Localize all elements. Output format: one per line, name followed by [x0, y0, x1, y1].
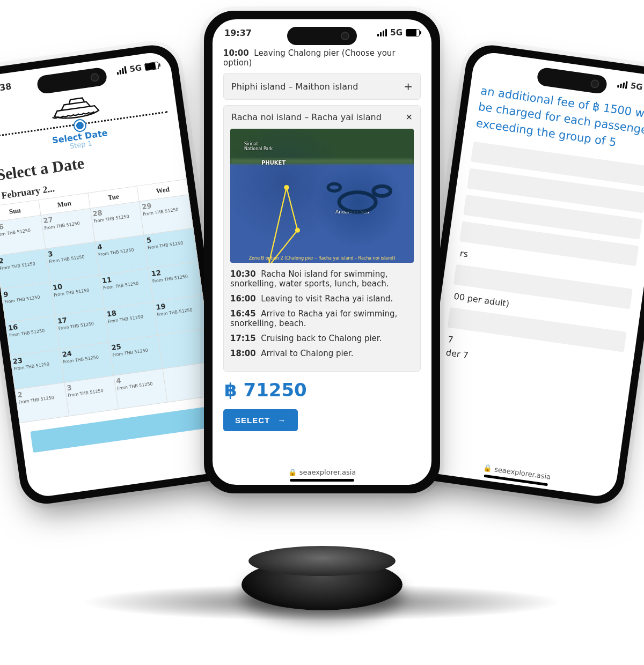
signal-icon	[377, 29, 387, 36]
arrow-right-icon: →	[277, 416, 286, 425]
phone-right: 5G an additional fee of ฿ 1500 will be c…	[408, 42, 644, 507]
lock-icon: 🔒	[483, 463, 493, 472]
select-label: SELECT	[235, 416, 270, 425]
charging-stand	[204, 543, 440, 639]
svg-point-3	[339, 193, 376, 212]
option-title: Racha noi island – Racha yai island	[231, 112, 382, 122]
select-button[interactable]: SELECT →	[223, 409, 298, 431]
calendar[interactable]: SunMonTueWed 26From THB 5125027From THB …	[0, 179, 217, 423]
text: Leaving Chalong pier (Choose your option…	[223, 48, 396, 68]
battery-icon	[144, 62, 159, 71]
svg-point-0	[284, 185, 289, 190]
svg-point-4	[374, 186, 391, 196]
step-dot-icon	[74, 120, 86, 132]
map-caption: Zone B option 2 (Chalong pier – Racha ya…	[230, 256, 414, 261]
boat-icon	[48, 89, 103, 124]
total-price: ฿ 71250	[224, 379, 420, 401]
time: 10:00	[223, 48, 249, 58]
screen-center: 19:37 5G 10:00 Leaving Chalong pier (Cho…	[213, 19, 431, 485]
calendar-day[interactable]: 2From THB 51250	[15, 382, 69, 423]
stand-top	[248, 546, 396, 576]
phone-left: 19:38 5G Select Date Step 1 Select a Dat…	[0, 42, 236, 507]
status-right: 5G	[377, 28, 420, 38]
route-map: PHUKET Sirinat National Park Andaman Sea	[230, 129, 414, 263]
network-label: 5G	[390, 28, 402, 38]
signal-icon	[116, 66, 127, 75]
status-right: 5G	[116, 61, 159, 76]
itinerary-line: 10:30 Racha Noi island for swimming, sno…	[230, 269, 414, 289]
itinerary-line: 16:45 Arrive to Racha yai for swimming, …	[230, 309, 414, 328]
screen-right: 5G an additional fee of ฿ 1500 will be c…	[416, 50, 644, 499]
notch-icon	[287, 27, 357, 45]
option-title: Phiphi island – Maithon island	[231, 82, 358, 92]
close-icon[interactable]: ✕	[406, 112, 413, 122]
itinerary-panel: 10:00 Leaving Chalong pier (Choose your …	[213, 48, 431, 437]
calendar-day[interactable]: 3From THB 51250	[64, 375, 119, 416]
option-header[interactable]: Racha noi island – Racha yai island ✕	[224, 106, 420, 129]
signal-icon	[617, 80, 628, 88]
address-bar: 🔒 seaexplorer.asia	[213, 465, 431, 477]
stage: 19:38 5G Select Date Step 1 Select a Dat…	[0, 0, 644, 665]
svg-point-2	[295, 228, 300, 233]
address-bar: 🔒 seaexplorer.asia	[418, 451, 617, 491]
home-indicator	[290, 479, 354, 482]
itinerary-line: 17:15 Cruising back to Chalong pier.	[230, 334, 414, 343]
itinerary-line: 16:00 Leaving to visit Racha yai island.	[230, 294, 414, 304]
lock-icon: 🔒	[288, 468, 297, 476]
clock: 19:38	[0, 81, 12, 95]
status-right: 5G	[617, 79, 644, 94]
network-label: 5G	[630, 81, 643, 92]
domain: seaexplorer.asia	[299, 468, 356, 476]
calendar-day[interactable]: 4From THB 51250	[113, 369, 167, 409]
network-label: 5G	[129, 63, 142, 74]
phone-center: 19:37 5G 10:00 Leaving Chalong pier (Cho…	[204, 11, 440, 493]
clock: 19:37	[224, 28, 252, 38]
screen-left: 19:38 5G Select Date Step 1 Select a Dat…	[0, 50, 228, 499]
itinerary-line: 10:00 Leaving Chalong pier (Choose your …	[223, 48, 421, 68]
plus-icon[interactable]: +	[404, 80, 413, 93]
itinerary-line: 18:00 Arrival to Chalong pier.	[230, 349, 414, 358]
option-card-collapsed[interactable]: Phiphi island – Maithon island +	[223, 73, 421, 100]
battery-icon	[406, 29, 420, 36]
route-line-icon	[230, 129, 414, 263]
option-card-expanded: Racha noi island – Racha yai island ✕ PH…	[223, 105, 421, 372]
svg-point-5	[328, 184, 340, 191]
